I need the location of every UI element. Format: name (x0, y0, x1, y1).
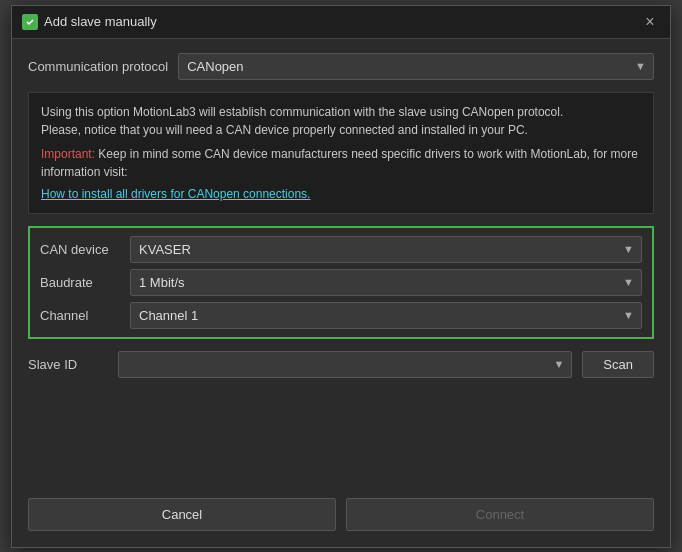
close-button[interactable]: × (640, 12, 660, 32)
info-line2: Please, notice that you will need a CAN … (41, 121, 641, 139)
baudrate-label: Baudrate (40, 275, 120, 290)
dialog-window: Add slave manually × Communication proto… (11, 5, 671, 548)
protocol-label: Communication protocol (28, 59, 168, 74)
channel-select-wrapper: Channel 1 Channel 2 Channel 3 ▼ (130, 302, 642, 329)
protocol-select-wrapper: CANopen EtherCAT PROFIBUS MODBUS ▼ (178, 53, 654, 80)
connect-button[interactable]: Connect (346, 498, 654, 531)
info-important: Important: Keep in mind some CAN device … (41, 145, 641, 181)
protocol-select[interactable]: CANopen EtherCAT PROFIBUS MODBUS (178, 53, 654, 80)
important-prefix: Important: (41, 147, 95, 161)
can-device-label: CAN device (40, 242, 120, 257)
channel-row: Channel Channel 1 Channel 2 Channel 3 ▼ (40, 302, 642, 329)
can-device-select-wrapper: KVASER PCAN IXXAT ▼ (130, 236, 642, 263)
footer: Cancel Connect (12, 488, 670, 547)
title-bar-left: Add slave manually (22, 14, 157, 30)
scan-button[interactable]: Scan (582, 351, 654, 378)
info-link[interactable]: How to install all drivers for CANopen c… (41, 185, 641, 203)
drivers-link[interactable]: How to install all drivers for CANopen c… (41, 187, 310, 201)
info-line1: Using this option MotionLab3 will establ… (41, 103, 641, 121)
can-device-row: CAN device KVASER PCAN IXXAT ▼ (40, 236, 642, 263)
slave-id-row: Slave ID ▼ Scan (28, 351, 654, 378)
channel-select[interactable]: Channel 1 Channel 2 Channel 3 (130, 302, 642, 329)
empty-area (28, 394, 654, 474)
title-bar: Add slave manually × (12, 6, 670, 39)
slave-id-select-wrapper: ▼ (118, 351, 572, 378)
baudrate-row: Baudrate 1 Mbit/s 500 kbit/s 250 kbit/s … (40, 269, 642, 296)
dialog-title: Add slave manually (44, 14, 157, 29)
baudrate-select-wrapper: 1 Mbit/s 500 kbit/s 250 kbit/s 125 kbit/… (130, 269, 642, 296)
cancel-button[interactable]: Cancel (28, 498, 336, 531)
app-icon (22, 14, 38, 30)
info-box: Using this option MotionLab3 will establ… (28, 92, 654, 214)
channel-label: Channel (40, 308, 120, 323)
can-settings-section: CAN device KVASER PCAN IXXAT ▼ Baudrate … (28, 226, 654, 339)
dialog-body: Communication protocol CANopen EtherCAT … (12, 39, 670, 488)
slave-id-label: Slave ID (28, 357, 108, 372)
baudrate-select[interactable]: 1 Mbit/s 500 kbit/s 250 kbit/s 125 kbit/… (130, 269, 642, 296)
important-text: Keep in mind some CAN device manufacture… (41, 147, 638, 179)
can-device-select[interactable]: KVASER PCAN IXXAT (130, 236, 642, 263)
slave-id-select[interactable] (118, 351, 572, 378)
protocol-row: Communication protocol CANopen EtherCAT … (28, 53, 654, 80)
